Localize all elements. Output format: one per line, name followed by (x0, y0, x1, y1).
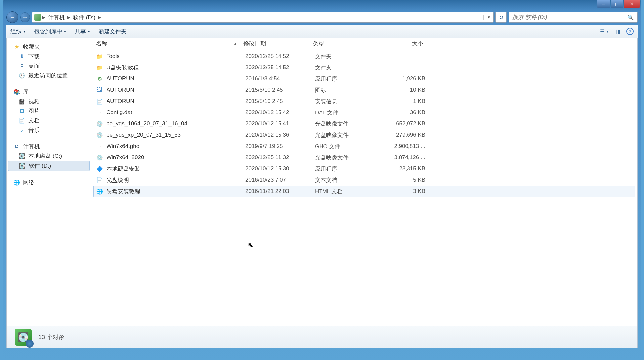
address-bar[interactable]: ▶ 计算机 ▶ 软件 (D:) ▶ ▼ (32, 12, 494, 23)
file-type-icon: 📁 (96, 64, 103, 71)
sidebar-downloads[interactable]: ⬇下载 (7, 52, 91, 61)
file-date: 2016/1/8 4:54 (245, 75, 315, 82)
desktop-icon: 🖥 (19, 63, 25, 69)
library-icon: 📚 (13, 89, 20, 95)
view-mode-button[interactable]: ☰▼ (600, 27, 609, 35)
share-menu[interactable]: 共享▼ (75, 28, 91, 35)
column-headers: 名称▲ 修改日期 类型 大小 (91, 38, 637, 49)
help-button[interactable]: ? (626, 28, 634, 35)
drive-icon (34, 14, 41, 21)
column-type-header[interactable]: 类型 (313, 40, 382, 47)
drive-d-label: 软件 (D:) (29, 162, 51, 170)
navigation-bar: ← → ▶ 计算机 ▶ 软件 (D:) ▶ ▼ ↻ 🔍 (6, 10, 638, 25)
file-type-icon: 🔷 (96, 165, 103, 172)
computer-label: 计算机 (23, 143, 40, 150)
forward-button[interactable]: → (20, 12, 30, 22)
file-row[interactable]: 💿pe_yqs_1064_20_07_31_16_042020/10/12 15… (93, 118, 635, 129)
sidebar-desktop[interactable]: 🖥桌面 (7, 61, 91, 71)
file-row[interactable]: ⚙AUTORUN2016/1/8 4:54应用程序1,926 KB (93, 73, 635, 84)
file-date: 2020/12/25 11:32 (245, 154, 315, 161)
file-type: 文本文档 (315, 176, 384, 184)
include-label: 包含到库中 (34, 28, 62, 35)
file-row[interactable]: 🖼AUTORUN2015/5/10 2:45图标10 KB (93, 84, 635, 96)
include-in-library-menu[interactable]: 包含到库中▼ (34, 28, 67, 35)
file-type-icon: 💿 (96, 154, 103, 161)
file-type-icon: ▫ (96, 109, 103, 116)
file-type: 光盘映像文件 (315, 120, 384, 128)
maximize-button[interactable]: ▢ (611, 0, 623, 8)
file-name: Win7x64.gho (107, 143, 245, 150)
breadcrumb-sep-icon: ▶ (67, 15, 70, 20)
music-icon: ♪ (19, 127, 25, 134)
file-type: DAT 文件 (315, 109, 384, 116)
file-date: 2020/10/12 15:30 (245, 165, 315, 172)
search-input[interactable] (512, 14, 627, 21)
breadcrumb-computer[interactable]: 计算机 (47, 14, 66, 21)
content-area: ★收藏夹 ⬇下载 🖥桌面 🕓最近访问的位置 📚库 🎬视频 🖼图片 📄文档 ♪音乐… (6, 38, 638, 326)
file-name: 本地硬盘安装 (107, 165, 245, 173)
sidebar-documents[interactable]: 📄文档 (7, 116, 91, 125)
file-row[interactable]: 📁U盘安装教程2020/12/25 14:52文件夹 (93, 62, 635, 73)
sidebar-drive-c[interactable]: 💽本地磁盘 (C:) (7, 151, 91, 161)
file-row[interactable]: ▫Config.dat2020/10/12 15:42DAT 文件36 KB (93, 107, 635, 118)
status-text: 13 个对象 (38, 333, 64, 341)
sidebar-network[interactable]: 🌐网络 (7, 178, 91, 187)
file-type-icon: 📄 (96, 98, 103, 105)
file-size: 10 KB (384, 87, 431, 93)
preview-pane-button[interactable]: ◨ (613, 27, 623, 35)
close-button[interactable]: ✕ (624, 0, 640, 8)
sidebar-music[interactable]: ♪音乐 (7, 125, 91, 135)
file-date: 2020/10/12 15:42 (245, 109, 315, 116)
file-date: 2019/9/7 19:25 (245, 143, 315, 150)
pictures-label: 图片 (28, 107, 40, 115)
titlebar[interactable]: ─ ▢ ✕ (3, 0, 641, 10)
file-size: 652,072 KB (384, 120, 431, 127)
file-list[interactable]: 📁Tools2020/12/25 14:52文件夹📁U盘安装教程2020/12/… (91, 49, 637, 326)
file-date: 2020/10/12 15:41 (245, 120, 315, 127)
file-name: 光盘说明 (107, 176, 245, 184)
sidebar-drive-d[interactable]: 💽软件 (D:) (8, 161, 90, 171)
file-date: 2020/12/25 14:52 (245, 64, 315, 71)
file-name: Config.dat (107, 109, 245, 116)
sidebar-pictures[interactable]: 🖼图片 (7, 106, 91, 116)
column-name-header[interactable]: 名称▲ (91, 40, 243, 47)
organize-menu[interactable]: 组织▼ (10, 28, 26, 35)
file-row[interactable]: 🔷本地硬盘安装2020/10/12 15:30应用程序28,315 KB (93, 163, 635, 174)
file-row[interactable]: ▫Win7x64.gho2019/9/7 19:25GHO 文件2,900,81… (93, 141, 635, 152)
sidebar-computer[interactable]: 🖥计算机 (7, 142, 91, 151)
toolbar: 组织▼ 包含到库中▼ 共享▼ 新建文件夹 ☰▼ ◨ ? (6, 25, 638, 38)
breadcrumb-drive[interactable]: 软件 (D:) (72, 14, 97, 21)
file-row[interactable]: 📄光盘说明2016/10/23 7:07文本文档5 KB (93, 174, 635, 186)
file-row[interactable]: 📁Tools2020/12/25 14:52文件夹 (93, 51, 635, 62)
search-box[interactable]: 🔍 (509, 12, 638, 23)
back-button[interactable]: ← (6, 11, 18, 23)
minimize-button[interactable]: ─ (597, 0, 610, 8)
file-row[interactable]: 📄AUTORUN2015/5/10 2:45安装信息1 KB (93, 96, 635, 107)
sidebar-libraries[interactable]: 📚库 (7, 87, 91, 97)
file-date: 2016/10/23 7:07 (245, 177, 315, 183)
file-type: 图标 (315, 86, 384, 94)
file-size: 28,315 KB (384, 165, 431, 172)
file-type: HTML 文档 (315, 188, 384, 195)
new-folder-button[interactable]: 新建文件夹 (99, 28, 127, 35)
file-type-icon: ⚙ (96, 75, 103, 82)
refresh-button[interactable]: ↻ (495, 12, 507, 23)
documents-label: 文档 (28, 117, 40, 124)
file-row[interactable]: 💿pe_yqs_xp_20_07_31_15_532020/10/12 15:3… (93, 129, 635, 141)
sidebar-favorites[interactable]: ★收藏夹 (7, 42, 91, 52)
search-icon[interactable]: 🔍 (627, 14, 634, 21)
col-name-label: 名称 (96, 40, 107, 47)
address-dropdown-icon[interactable]: ▼ (483, 15, 491, 20)
sidebar-recent[interactable]: 🕓最近访问的位置 (7, 71, 91, 80)
file-type: GHO 文件 (315, 143, 384, 150)
organize-label: 组织 (10, 28, 21, 35)
file-row[interactable]: 🌐硬盘安装教程2016/11/21 22:03HTML 文档3 KB (93, 186, 635, 197)
dropdown-arrow-icon: ▼ (23, 30, 26, 33)
file-row[interactable]: 💿Win7x64_20202020/12/25 11:32光盘映像文件3,874… (93, 152, 635, 163)
sidebar-videos[interactable]: 🎬视频 (7, 97, 91, 106)
file-size: 1,926 KB (384, 75, 431, 82)
column-size-header[interactable]: 大小 (382, 40, 429, 47)
column-date-header[interactable]: 修改日期 (243, 40, 313, 47)
file-date: 2020/10/12 15:36 (245, 132, 315, 138)
file-name: AUTORUN (107, 87, 245, 93)
